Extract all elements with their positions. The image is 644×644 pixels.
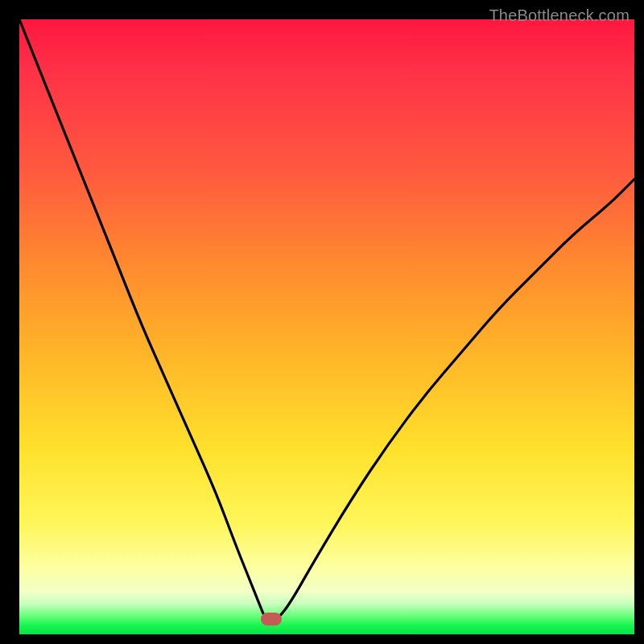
optimum-marker bbox=[261, 613, 282, 625]
plot-area bbox=[19, 19, 634, 634]
watermark-text: TheBottleneck.com bbox=[489, 6, 630, 25]
bottleneck-curve bbox=[19, 19, 634, 634]
chart-frame: TheBottleneck.com bbox=[5, 5, 639, 639]
